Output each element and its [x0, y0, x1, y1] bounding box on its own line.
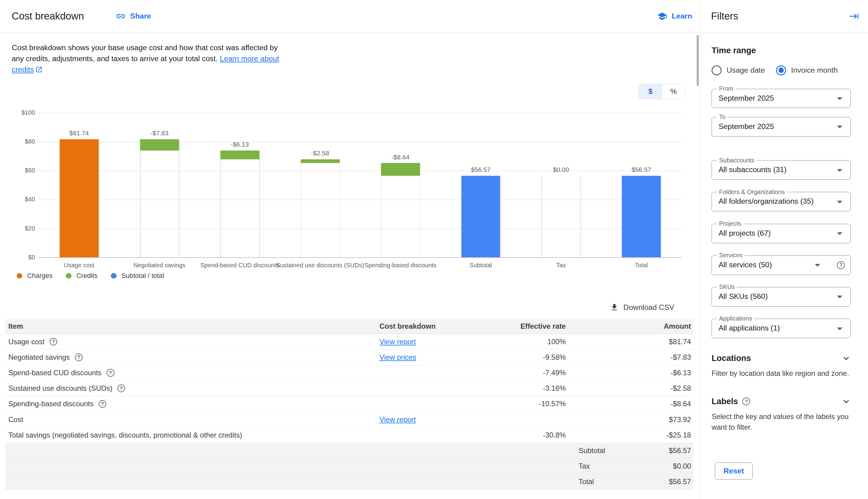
filters-header: Filters	[700, 0, 868, 33]
amount-cell: -$8.64	[566, 400, 693, 408]
bar-value-label: $0.00	[553, 166, 569, 174]
dollar-toggle-button[interactable]: $	[639, 84, 662, 99]
subaccounts-select[interactable]: Subaccounts All subaccounts (31)	[712, 160, 851, 180]
main-header: Cost breakdown Share Learn	[0, 0, 700, 33]
help-icon[interactable]: ?	[99, 400, 107, 408]
amount-cell: $73.92	[566, 415, 693, 424]
view-report-link[interactable]: View report	[380, 338, 416, 346]
view-report-link[interactable]: View report	[380, 415, 416, 424]
filters-panel: Time range Usage date Invoice month From…	[700, 33, 868, 499]
skus-select[interactable]: SKUs All SKUs (560)	[712, 287, 851, 306]
help-icon[interactable]: ?	[118, 385, 126, 392]
summary-label: Total	[579, 477, 594, 486]
projects-select[interactable]: Projects All projects (67)	[712, 224, 851, 243]
x-axis-category-label: Total	[635, 262, 647, 269]
from-month-select[interactable]: From September 2025	[712, 89, 851, 108]
open-in-new-icon	[35, 66, 43, 73]
locations-heading: Locations	[712, 353, 751, 363]
labels-section-header[interactable]: Labels ?	[712, 396, 852, 407]
help-icon[interactable]: ?	[75, 353, 83, 361]
bar-value-label: -$2.58	[311, 149, 329, 157]
reset-button[interactable]: Reset	[715, 463, 753, 480]
effective-rate-cell: -9.58%	[519, 353, 566, 362]
chevron-down-icon	[837, 328, 842, 330]
services-select[interactable]: Services All services (50) ?	[712, 255, 851, 275]
chevron-down-icon	[837, 97, 842, 100]
filters-title: Filters	[711, 10, 738, 22]
bar-subtotal[interactable]	[461, 176, 500, 258]
help-icon[interactable]: ?	[107, 369, 115, 377]
x-axis-category-label: Usage cost	[64, 262, 95, 269]
bar-value-label: -$7.83	[150, 129, 169, 137]
table-row: Usage cost? View report 100% $81.74	[5, 334, 693, 350]
chart-gridline	[39, 113, 681, 113]
cost-breakdown-cell: View prices	[380, 353, 519, 362]
bar-value-label: -$6.13	[231, 141, 249, 148]
effective-rate-cell: -7.49%	[519, 368, 566, 377]
to-month-select[interactable]: To September 2025	[712, 117, 851, 136]
chevron-down-icon	[837, 169, 842, 172]
cost-breakdown-cell: View report	[380, 338, 519, 346]
bar-value-label: $56.57	[471, 166, 490, 174]
effective-rate-cell: 100%	[519, 338, 566, 346]
locations-section-header[interactable]: Locations	[712, 353, 852, 364]
view-prices-link[interactable]: View prices	[380, 353, 416, 361]
effective-rate-cell: -10.57%	[519, 400, 566, 408]
chart-gridline	[39, 228, 681, 229]
x-axis-category-label: Spend-based CUD discounts	[200, 262, 279, 269]
locations-description: Filter by location data like region and …	[712, 368, 852, 379]
header-effective-rate: Effective rate	[519, 322, 566, 330]
applications-select[interactable]: Applications All applications (1)	[712, 319, 851, 338]
radio-invoice-month[interactable]: Invoice month	[776, 65, 838, 75]
summary-row-tax: Tax $0.00	[5, 459, 693, 474]
labels-description: Select the key and values of the labels …	[712, 411, 852, 433]
percent-toggle-button[interactable]: %	[662, 84, 685, 99]
bar-total[interactable]	[622, 176, 661, 258]
waterfall-connector-line	[542, 176, 542, 258]
chevron-down-icon	[837, 232, 842, 235]
bar-spend-based-cud-discounts[interactable]	[221, 150, 259, 159]
summary-label: Subtotal	[579, 447, 605, 455]
table-row: Spending-based discounts? -10.57% -$8.64	[5, 396, 693, 412]
bar-spending-based-discounts[interactable]	[381, 163, 420, 175]
chevron-down-icon	[837, 201, 842, 204]
download-csv-button[interactable]: Download CSV	[610, 303, 674, 312]
share-label: Share	[130, 12, 151, 20]
download-csv-label: Download CSV	[623, 303, 674, 312]
amount-cell: $0.00	[590, 462, 693, 471]
bar-negotiated-savings[interactable]	[140, 139, 179, 150]
chart-gridline	[39, 142, 681, 142]
chevron-down-icon[interactable]	[841, 396, 852, 407]
chevron-down-icon[interactable]	[841, 353, 852, 364]
intro-text: Cost breakdown shows your base usage cos…	[12, 42, 286, 75]
waterfall-connector-line	[140, 139, 141, 257]
page-header: Cost breakdown Share Learn Filters	[0, 0, 868, 33]
learn-button[interactable]: Learn	[657, 11, 692, 21]
radio-icon[interactable]	[776, 65, 786, 75]
table-row: Cost View report $73.92	[5, 412, 693, 427]
bar-usage-cost[interactable]	[60, 139, 99, 257]
learn-label: Learn	[672, 12, 692, 20]
share-button[interactable]: Share	[116, 11, 151, 21]
amount-cell: -$2.58	[566, 384, 693, 392]
help-icon[interactable]: ?	[50, 338, 58, 346]
scrollbar-thumb[interactable]	[697, 35, 699, 86]
waterfall-connector-line	[221, 150, 221, 257]
time-range-radio-group: Usage date Invoice month	[712, 65, 857, 75]
help-icon[interactable]: ?	[837, 261, 845, 269]
cost-breakdown-table: Item Cost breakdown Effective rate Amoun…	[5, 319, 693, 489]
radio-usage-date[interactable]: Usage date	[712, 65, 765, 75]
item-cell: Spending-based discounts?	[5, 400, 379, 408]
waterfall-connector-line	[580, 176, 581, 258]
collapse-panel-icon[interactable]	[849, 11, 859, 21]
chart-plot-area: $81.74Usage cost-$7.83Negotiated savings…	[39, 113, 681, 257]
bar-sustained-use-discounts-suds[interactable]	[301, 159, 340, 163]
waterfall-chart: $81.74Usage cost-$7.83Negotiated savings…	[12, 109, 681, 273]
time-range-heading: Time range	[712, 46, 857, 55]
waterfall-connector-line	[381, 163, 382, 257]
help-icon[interactable]: ?	[742, 398, 750, 405]
radio-icon[interactable]	[712, 65, 722, 75]
item-cell: Usage cost?	[5, 338, 379, 346]
table-row: Sustained use discounts (SUDs)? -3.16% -…	[5, 381, 693, 396]
folders-organizations-select[interactable]: Folders & Organizations All folders/orga…	[712, 192, 851, 211]
